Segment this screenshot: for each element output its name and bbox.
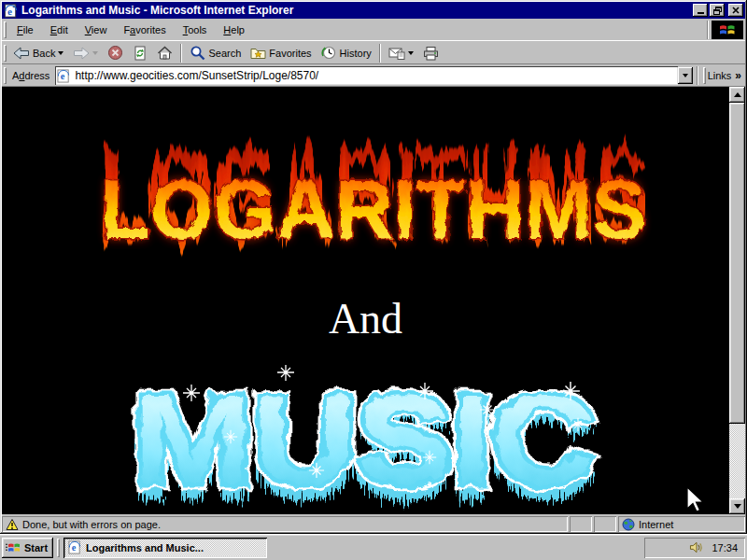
menu-edit[interactable]: Edit — [42, 21, 77, 38]
status-bar: Done, but with errors on page. Internet — [2, 514, 745, 532]
stop-button[interactable] — [103, 43, 128, 63]
scroll-down-icon — [734, 504, 741, 512]
back-button[interactable]: Back — [8, 43, 68, 63]
forward-button[interactable] — [68, 43, 103, 63]
security-zone-label: Internet — [639, 519, 673, 530]
search-label: Search — [208, 48, 241, 59]
back-dropdown-icon[interactable] — [58, 51, 63, 58]
history-button[interactable]: History — [317, 43, 376, 63]
task-button-ie[interactable]: e Logarithms and Music... — [63, 538, 267, 558]
svg-text:e: e — [72, 542, 77, 553]
scrollbar-thumb[interactable] — [729, 103, 745, 424]
mail-icon — [388, 46, 405, 60]
links-bar[interactable]: Links » — [708, 69, 745, 82]
toolbar-separator-1 — [180, 44, 182, 63]
address-bar: Address e Links » — [2, 65, 745, 87]
ie-throbber — [712, 21, 743, 39]
restore-button[interactable] — [710, 4, 725, 17]
stop-icon — [107, 45, 123, 61]
internet-globe-icon — [622, 518, 635, 531]
links-grip[interactable] — [703, 67, 706, 84]
menu-view[interactable]: View — [77, 21, 116, 38]
menu-favorites[interactable]: Favorites — [115, 21, 174, 38]
menu-bar: File Edit View Favorites Tools Help — [2, 19, 745, 41]
favorites-folder-icon — [250, 46, 266, 60]
web-page: LOGARITHMS LOGARITHMS LOGARITHMS And — [2, 87, 729, 514]
links-label: Links — [708, 70, 732, 81]
back-arrow-icon — [13, 46, 30, 61]
start-label: Start — [24, 542, 48, 553]
home-icon — [157, 46, 173, 61]
windows-logo-icon — [719, 22, 736, 37]
minimize-button[interactable] — [693, 4, 708, 17]
page-favicon: e — [57, 69, 71, 83]
menu-help[interactable]: Help — [215, 21, 253, 38]
task-label: Logarithms and Music... — [86, 542, 204, 553]
address-dropdown-icon — [683, 74, 688, 80]
search-button[interactable]: Search — [185, 43, 246, 63]
refresh-icon — [133, 46, 148, 61]
minimize-icon — [698, 12, 704, 14]
mail-button[interactable] — [384, 43, 418, 63]
address-dropdown-button[interactable] — [678, 67, 693, 84]
task-ie-icon: e — [68, 540, 82, 554]
scroll-down-button[interactable] — [729, 498, 745, 514]
search-icon — [190, 45, 205, 61]
favorites-label: Favorites — [269, 48, 311, 59]
mail-dropdown-icon[interactable] — [408, 51, 414, 58]
forward-dropdown-icon — [92, 51, 98, 58]
fire-heading-text: LOGARITHMS — [101, 162, 647, 256]
ie-window-icon: e — [4, 4, 19, 18]
close-icon — [732, 7, 740, 14]
window-title: Logarithms and Music - Microsoft Interne… — [21, 4, 691, 17]
ice-heading-text: MUSIC — [134, 370, 596, 510]
taskbar-clock[interactable]: 17:34 — [712, 542, 738, 553]
links-chevron-icon[interactable]: » — [735, 69, 741, 82]
home-button[interactable] — [152, 43, 177, 63]
taskbar-grip[interactable] — [57, 539, 60, 557]
scroll-up-icon — [734, 89, 741, 97]
restore-icon — [713, 7, 722, 15]
status-pane-2 — [594, 516, 616, 532]
addressbar-separator — [697, 66, 698, 85]
addressbar-grip[interactable] — [4, 67, 7, 84]
title-bar[interactable]: e Logarithms and Music - Microsoft Inter… — [2, 2, 745, 19]
mouse-cursor — [685, 486, 706, 514]
svg-text:e: e — [61, 71, 65, 81]
address-label: Address — [8, 70, 55, 81]
system-tray: 17:34 — [644, 538, 745, 558]
browser-window: e Logarithms and Music - Microsoft Inter… — [0, 0, 747, 534]
address-input[interactable] — [75, 68, 675, 83]
taskbar: Start e Logarithms and Music... 17:34 — [0, 534, 747, 560]
back-label: Back — [33, 48, 55, 59]
start-windows-logo-icon — [5, 540, 21, 555]
history-clock-icon — [321, 45, 337, 61]
menu-tools[interactable]: Tools — [175, 21, 216, 38]
toolbar-separator-2 — [379, 44, 381, 63]
toolbar-grip[interactable] — [4, 45, 7, 62]
connector-heading: And — [2, 294, 729, 343]
status-message-pane: Done, but with errors on page. — [2, 516, 568, 532]
warning-icon — [6, 518, 19, 531]
fire-heading-graphic: LOGARITHMS LOGARITHMS LOGARITHMS — [75, 124, 672, 264]
close-button[interactable] — [728, 4, 743, 17]
status-zone-pane: Internet — [618, 516, 745, 532]
menubar-grip[interactable] — [4, 21, 7, 38]
address-field[interactable]: e — [55, 66, 677, 85]
scroll-up-button[interactable] — [729, 87, 745, 103]
history-label: History — [340, 48, 372, 59]
print-icon — [423, 46, 439, 61]
favorites-button[interactable]: Favorites — [246, 43, 316, 63]
svg-text:e: e — [7, 5, 12, 16]
menu-file[interactable]: File — [8, 21, 42, 38]
print-button[interactable] — [418, 43, 444, 63]
start-button[interactable]: Start — [2, 538, 53, 558]
ice-heading-graphic: MUSIC MUSIC MUSIC — [65, 365, 663, 514]
volume-icon[interactable] — [689, 540, 704, 554]
forward-arrow-icon — [73, 46, 90, 61]
browser-viewport: LOGARITHMS LOGARITHMS LOGARITHMS And — [2, 87, 745, 514]
status-message: Done, but with errors on page. — [22, 519, 161, 530]
refresh-button[interactable] — [128, 43, 152, 63]
vertical-scrollbar — [729, 87, 745, 514]
address-combo: e — [55, 66, 693, 85]
